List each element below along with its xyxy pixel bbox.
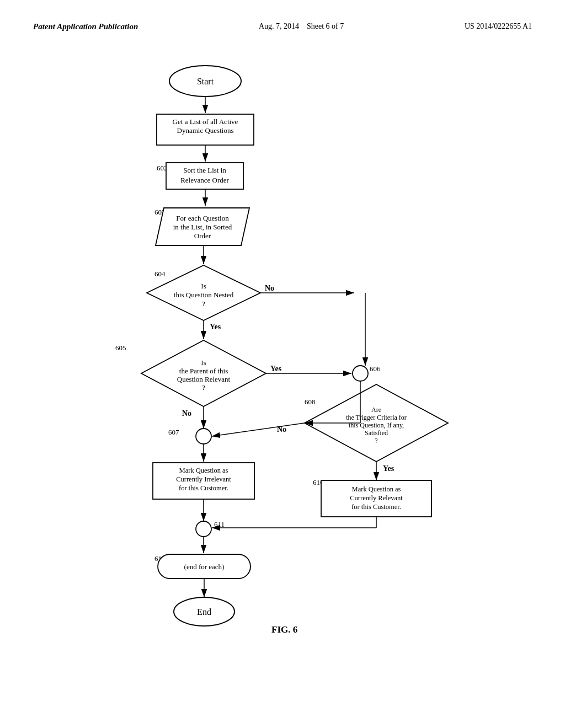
ref606-label: 606 (370, 365, 381, 373)
node605-line3: Question Relevant (177, 375, 231, 383)
node608-line3: this Question, If any, (349, 421, 404, 429)
node604-line2: this Question Nested (174, 291, 234, 299)
flowchart-svg: Start 601 Get a List of all Active Dynam… (34, 48, 531, 699)
node603-line1: For each Question (176, 214, 229, 222)
header-left: Patent Application Publication (33, 22, 138, 31)
ref611-label: 611 (214, 520, 225, 528)
node605-line1: Is (201, 358, 206, 367)
no605-label: No (182, 409, 191, 417)
no604-label: No (265, 284, 274, 292)
yes608-label: Yes (383, 464, 395, 473)
node610-line2: Currently Relevant (350, 494, 403, 502)
ref607-label: 607 (168, 428, 179, 436)
connector607 (196, 429, 211, 444)
node603-line3: Order (194, 232, 211, 240)
header: Patent Application Publication Aug. 7, 2… (0, 0, 565, 31)
node610-line1: Mark Question as (352, 485, 401, 493)
header-right: US 2014/0222655 A1 (465, 22, 532, 31)
node604-line3: ? (202, 299, 205, 308)
node603-line2: in the List, in Sorted (173, 223, 232, 231)
node605-line2: the Parent of this (179, 367, 228, 375)
node609-line3: for this Customer. (179, 484, 228, 492)
diagram-area: Start 601 Get a List of all Active Dynam… (0, 48, 565, 699)
node602-line2: Relevance Order (180, 176, 229, 184)
node602-line1: Sort the List in (183, 166, 226, 174)
header-center: Aug. 7, 2014 Sheet 6 of 7 (259, 22, 344, 31)
yes604-label: Yes (210, 323, 221, 331)
page: Patent Application Publication Aug. 7, 2… (0, 0, 565, 728)
node608-line1: Are (371, 406, 381, 414)
node608-line5: ? (375, 437, 377, 445)
end-label: End (197, 607, 211, 617)
svg-line-18 (212, 423, 305, 436)
node608-line4: Satisfied (365, 429, 388, 437)
node608-line2: the Trigger Criteria for (346, 414, 407, 421)
node610-line3: for this Customer. (351, 503, 401, 511)
node612-label: (end for each) (184, 563, 225, 571)
fig-label: FIG. 6 (271, 624, 297, 635)
node609-line2: Currently Irrelevant (176, 475, 231, 483)
node605-line4: ? (202, 383, 205, 392)
node601-line2: Dynamic Questions (177, 126, 234, 135)
yes605-label: Yes (270, 365, 282, 373)
start-label: Start (197, 77, 214, 86)
ref604-label: 604 (154, 270, 166, 278)
connector611 (196, 521, 211, 537)
node609-line1: Mark Question as (179, 467, 228, 474)
node601-line1: Get a List of all Active (173, 117, 238, 126)
node604-line1: Is (201, 282, 206, 290)
ref605-label: 605 (115, 344, 126, 352)
connector606 (353, 366, 368, 381)
ref608-label: 608 (305, 398, 316, 406)
